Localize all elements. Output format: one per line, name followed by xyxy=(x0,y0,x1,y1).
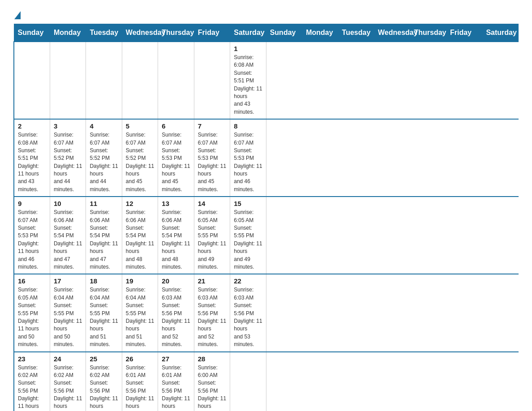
calendar-cell xyxy=(122,42,158,119)
calendar-cell xyxy=(14,42,50,119)
calendar-week-5: 23Sunrise: 6:02 AM Sunset: 5:56 PM Dayli… xyxy=(14,352,519,411)
day-number: 24 xyxy=(54,355,82,363)
day-number: 12 xyxy=(126,200,154,207)
day-number: 23 xyxy=(18,355,46,363)
calendar-cell: 8Sunrise: 6:07 AM Sunset: 5:53 PM Daylig… xyxy=(230,119,266,197)
calendar-cell: 12Sunrise: 6:06 AM Sunset: 5:54 PM Dayli… xyxy=(122,197,158,274)
calendar-week-4: 16Sunrise: 6:05 AM Sunset: 5:55 PM Dayli… xyxy=(14,274,519,351)
day-info: Sunrise: 6:06 AM Sunset: 5:54 PM Dayligh… xyxy=(54,209,82,271)
calendar-header-row: SundayMondayTuesdayWednesdayThursdayFrid… xyxy=(14,24,519,42)
day-number: 9 xyxy=(18,200,46,207)
calendar-cell: 23Sunrise: 6:02 AM Sunset: 5:56 PM Dayli… xyxy=(14,352,50,411)
day-number: 5 xyxy=(126,122,154,130)
day-number: 4 xyxy=(90,122,118,130)
header-thursday: Thursday xyxy=(410,24,446,42)
calendar-cell: 27Sunrise: 6:01 AM Sunset: 5:56 PM Dayli… xyxy=(158,352,194,411)
day-info: Sunrise: 6:00 AM Sunset: 5:56 PM Dayligh… xyxy=(198,364,226,411)
day-info: Sunrise: 6:07 AM Sunset: 5:53 PM Dayligh… xyxy=(234,131,262,193)
day-number: 26 xyxy=(126,355,154,363)
day-info: Sunrise: 6:01 AM Sunset: 5:56 PM Dayligh… xyxy=(162,364,190,411)
day-info: Sunrise: 6:07 AM Sunset: 5:53 PM Dayligh… xyxy=(18,209,46,271)
day-number: 22 xyxy=(234,277,262,285)
calendar-cell: 7Sunrise: 6:07 AM Sunset: 5:53 PM Daylig… xyxy=(194,119,230,197)
day-number: 8 xyxy=(234,122,262,130)
header-saturday: Saturday xyxy=(230,24,266,42)
header-tuesday: Tuesday xyxy=(86,24,122,42)
day-info: Sunrise: 6:07 AM Sunset: 5:53 PM Dayligh… xyxy=(162,131,190,193)
day-number: 13 xyxy=(162,200,190,207)
header-saturday: Saturday xyxy=(482,24,519,42)
day-info: Sunrise: 6:06 AM Sunset: 5:54 PM Dayligh… xyxy=(162,209,190,271)
calendar-cell: 10Sunrise: 6:06 AM Sunset: 5:54 PM Dayli… xyxy=(50,197,86,274)
day-info: Sunrise: 6:07 AM Sunset: 5:53 PM Dayligh… xyxy=(198,131,226,193)
logo-triangle-icon xyxy=(14,11,21,19)
day-info: Sunrise: 6:01 AM Sunset: 5:56 PM Dayligh… xyxy=(126,364,154,411)
day-number: 1 xyxy=(234,45,262,52)
calendar-cell: 16Sunrise: 6:05 AM Sunset: 5:55 PM Dayli… xyxy=(14,274,50,351)
header-wednesday: Wednesday xyxy=(122,24,158,42)
day-number: 15 xyxy=(234,200,262,207)
calendar-table: SundayMondayTuesdayWednesdayThursdayFrid… xyxy=(13,24,519,411)
header-wednesday: Wednesday xyxy=(374,24,410,42)
header-tuesday: Tuesday xyxy=(338,24,374,42)
day-info: Sunrise: 6:07 AM Sunset: 5:52 PM Dayligh… xyxy=(54,131,82,193)
day-number: 16 xyxy=(18,277,46,285)
calendar-cell: 17Sunrise: 6:04 AM Sunset: 5:55 PM Dayli… xyxy=(50,274,86,351)
calendar-cell: 15Sunrise: 6:05 AM Sunset: 5:55 PM Dayli… xyxy=(230,197,266,274)
day-info: Sunrise: 6:03 AM Sunset: 5:56 PM Dayligh… xyxy=(162,286,190,348)
day-number: 21 xyxy=(198,277,226,285)
day-number: 7 xyxy=(198,122,226,130)
day-number: 27 xyxy=(162,355,190,363)
calendar-cell: 22Sunrise: 6:03 AM Sunset: 5:56 PM Dayli… xyxy=(230,274,266,351)
calendar-cell: 4Sunrise: 6:07 AM Sunset: 5:52 PM Daylig… xyxy=(86,119,122,197)
day-info: Sunrise: 6:06 AM Sunset: 5:54 PM Dayligh… xyxy=(90,209,118,271)
calendar-week-1: 1Sunrise: 6:08 AM Sunset: 5:51 PM Daylig… xyxy=(14,42,519,119)
day-info: Sunrise: 6:05 AM Sunset: 5:55 PM Dayligh… xyxy=(198,209,226,271)
day-info: Sunrise: 6:07 AM Sunset: 5:52 PM Dayligh… xyxy=(126,131,154,193)
day-info: Sunrise: 6:02 AM Sunset: 5:56 PM Dayligh… xyxy=(54,364,82,411)
day-number: 17 xyxy=(54,277,82,285)
day-number: 11 xyxy=(90,200,118,207)
day-info: Sunrise: 6:03 AM Sunset: 5:56 PM Dayligh… xyxy=(198,286,226,348)
header-sunday: Sunday xyxy=(14,24,50,42)
calendar-cell: 11Sunrise: 6:06 AM Sunset: 5:54 PM Dayli… xyxy=(86,197,122,274)
calendar-cell: 13Sunrise: 6:06 AM Sunset: 5:54 PM Dayli… xyxy=(158,197,194,274)
day-info: Sunrise: 6:02 AM Sunset: 5:56 PM Dayligh… xyxy=(90,364,118,411)
day-info: Sunrise: 6:04 AM Sunset: 5:55 PM Dayligh… xyxy=(126,286,154,348)
day-number: 25 xyxy=(90,355,118,363)
calendar-cell: 21Sunrise: 6:03 AM Sunset: 5:56 PM Dayli… xyxy=(194,274,230,351)
day-info: Sunrise: 6:05 AM Sunset: 5:55 PM Dayligh… xyxy=(234,209,262,271)
day-info: Sunrise: 6:02 AM Sunset: 5:56 PM Dayligh… xyxy=(18,364,46,411)
header-friday: Friday xyxy=(194,24,230,42)
calendar-cell: 9Sunrise: 6:07 AM Sunset: 5:53 PM Daylig… xyxy=(14,197,50,274)
day-info: Sunrise: 6:08 AM Sunset: 5:51 PM Dayligh… xyxy=(234,54,262,116)
page-header xyxy=(13,9,519,19)
calendar-cell xyxy=(50,42,86,119)
logo xyxy=(13,9,21,19)
day-number: 10 xyxy=(54,200,82,207)
day-info: Sunrise: 6:07 AM Sunset: 5:52 PM Dayligh… xyxy=(90,131,118,193)
day-info: Sunrise: 6:03 AM Sunset: 5:56 PM Dayligh… xyxy=(234,286,262,348)
calendar-cell xyxy=(230,352,266,411)
calendar-cell xyxy=(86,42,122,119)
calendar-cell xyxy=(194,42,230,119)
calendar-cell: 14Sunrise: 6:05 AM Sunset: 5:55 PM Dayli… xyxy=(194,197,230,274)
calendar-week-2: 2Sunrise: 6:08 AM Sunset: 5:51 PM Daylig… xyxy=(14,119,519,197)
calendar-cell: 18Sunrise: 6:04 AM Sunset: 5:55 PM Dayli… xyxy=(86,274,122,351)
calendar-cell: 1Sunrise: 6:08 AM Sunset: 5:51 PM Daylig… xyxy=(230,42,266,119)
calendar-cell: 19Sunrise: 6:04 AM Sunset: 5:55 PM Dayli… xyxy=(122,274,158,351)
day-number: 2 xyxy=(18,122,46,130)
header-monday: Monday xyxy=(302,24,338,42)
calendar-cell: 2Sunrise: 6:08 AM Sunset: 5:51 PM Daylig… xyxy=(14,119,50,197)
day-info: Sunrise: 6:08 AM Sunset: 5:51 PM Dayligh… xyxy=(18,131,46,193)
day-info: Sunrise: 6:04 AM Sunset: 5:55 PM Dayligh… xyxy=(90,286,118,348)
calendar-cell: 3Sunrise: 6:07 AM Sunset: 5:52 PM Daylig… xyxy=(50,119,86,197)
day-number: 28 xyxy=(198,355,226,363)
calendar-cell xyxy=(158,42,194,119)
day-info: Sunrise: 6:05 AM Sunset: 5:55 PM Dayligh… xyxy=(18,286,46,348)
calendar-cell: 24Sunrise: 6:02 AM Sunset: 5:56 PM Dayli… xyxy=(50,352,86,411)
day-number: 6 xyxy=(162,122,190,130)
calendar-cell: 20Sunrise: 6:03 AM Sunset: 5:56 PM Dayli… xyxy=(158,274,194,351)
calendar-cell: 26Sunrise: 6:01 AM Sunset: 5:56 PM Dayli… xyxy=(122,352,158,411)
day-info: Sunrise: 6:04 AM Sunset: 5:55 PM Dayligh… xyxy=(54,286,82,348)
